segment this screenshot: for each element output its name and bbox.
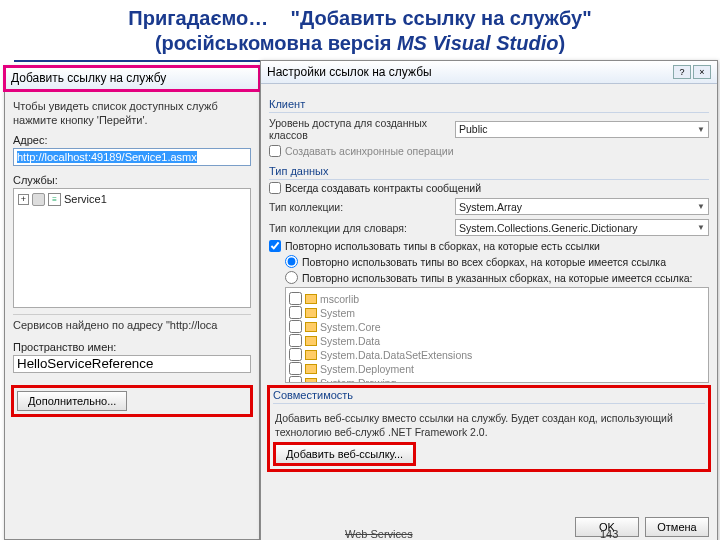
assembly-icon	[305, 308, 317, 318]
address-input[interactable]: http://localhost:49189/Service1.asmx	[13, 148, 251, 166]
expand-icon[interactable]: +	[18, 194, 29, 205]
slide-footer-center: Web Services	[345, 528, 413, 540]
list-item[interactable]: System.Core	[289, 320, 705, 333]
reuse-selected-label: Повторно использовать типы в указанных с…	[302, 272, 693, 284]
reuse-all-label: Повторно использовать типы во всех сборк…	[302, 256, 666, 268]
title-sub-end: )	[558, 32, 565, 54]
add-web-reference-button[interactable]: Добавить веб-ссылку...	[275, 444, 414, 464]
section-client: Клиент	[269, 96, 709, 113]
service-name: Service1	[64, 193, 107, 205]
compat-text: Добавить веб-ссылку вместо ссылки на слу…	[275, 412, 703, 439]
collection-value: System.Array	[459, 201, 522, 213]
dictionary-select[interactable]: System.Collections.Generic.Dictionary▼	[455, 219, 709, 236]
reuse-all-radio[interactable]: Повторно использовать типы во всех сборк…	[285, 255, 709, 268]
advanced-button[interactable]: Дополнительно...	[17, 391, 127, 411]
hint-text: Чтобы увидеть список доступных служб наж…	[13, 100, 251, 128]
left-dialog-title: Добавить ссылку на службу	[11, 71, 166, 85]
section-datatype: Тип данных	[269, 163, 709, 180]
reuse-selected-radio[interactable]: Повторно использовать типы в указанных с…	[285, 271, 709, 284]
list-item[interactable]: System.Data	[289, 334, 705, 347]
list-item[interactable]: System	[289, 306, 705, 319]
dictionary-label: Тип коллекции для словаря:	[269, 222, 449, 234]
left-dialog-titlebar: Добавить ссылку на службу	[5, 67, 259, 90]
access-label: Уровень доступа для созданных классов	[269, 117, 449, 141]
close-icon[interactable]: ×	[693, 65, 711, 79]
reuse-types-checkbox[interactable]: Повторно использовать типы в сборках, на…	[269, 240, 709, 252]
tree-row[interactable]: + ≡ Service1	[18, 193, 246, 206]
help-icon[interactable]: ?	[673, 65, 691, 79]
title-sub: (російськомовна версія	[155, 32, 397, 54]
services-tree[interactable]: + ≡ Service1	[13, 188, 251, 308]
slide-title: Пригадаємо… "Добавить ссылку на службу" …	[0, 0, 720, 60]
assembly-icon	[305, 378, 317, 384]
title-quote: "Добавить ссылку на службу"	[290, 7, 591, 29]
add-service-reference-dialog: Добавить ссылку на службу Чтобы увидеть …	[4, 66, 260, 540]
address-value: http://localhost:49189/Service1.asmx	[17, 151, 197, 163]
title-prefix: Пригадаємо…	[128, 7, 268, 29]
service-reference-settings-dialog: Настройки ссылок на службы ? × Клиент Ур…	[260, 60, 718, 540]
assembly-icon	[305, 322, 317, 332]
namespace-label: Пространство имен:	[13, 341, 251, 353]
cancel-button[interactable]: Отмена	[645, 517, 709, 537]
access-select[interactable]: Public▼	[455, 121, 709, 138]
assembly-list[interactable]: mscorlib System System.Core System.Data …	[285, 287, 709, 383]
always-contracts-label: Всегда создавать контракты сообщений	[285, 182, 481, 194]
chevron-down-icon: ▼	[697, 223, 705, 232]
gear-icon	[32, 193, 45, 206]
title-product: MS Visual Studio	[397, 32, 559, 54]
found-label: Сервисов найдено по адресу "http://loca	[13, 314, 251, 331]
assembly-icon	[305, 364, 317, 374]
page-number: 143	[600, 528, 618, 540]
section-compat: Совместимость	[273, 387, 705, 404]
collection-select[interactable]: System.Array▼	[455, 198, 709, 215]
reuse-types-label: Повторно использовать типы в сборках, на…	[285, 240, 600, 252]
list-item[interactable]: System.Drawing	[289, 376, 705, 383]
right-dialog-titlebar: Настройки ссылок на службы ? ×	[261, 61, 717, 84]
assembly-icon	[305, 350, 317, 360]
access-value: Public	[459, 123, 488, 135]
services-label: Службы:	[13, 174, 251, 186]
collection-label: Тип коллекции:	[269, 201, 449, 213]
assembly-icon	[305, 294, 317, 304]
service-icon: ≡	[48, 193, 61, 206]
async-checkbox[interactable]: Создавать асинхронные операции	[269, 145, 709, 157]
chevron-down-icon: ▼	[697, 125, 705, 134]
address-label: Адрес:	[13, 134, 251, 146]
async-label: Создавать асинхронные операции	[285, 145, 454, 157]
assembly-icon	[305, 336, 317, 346]
list-item[interactable]: System.Deployment	[289, 362, 705, 375]
right-dialog-title: Настройки ссылок на службы	[267, 65, 432, 79]
chevron-down-icon: ▼	[697, 202, 705, 211]
list-item[interactable]: System.Data.DataSetExtensions	[289, 348, 705, 361]
list-item[interactable]: mscorlib	[289, 292, 705, 305]
namespace-input[interactable]	[13, 355, 251, 373]
dictionary-value: System.Collections.Generic.Dictionary	[459, 222, 638, 234]
always-contracts-checkbox[interactable]: Всегда создавать контракты сообщений	[269, 182, 709, 194]
